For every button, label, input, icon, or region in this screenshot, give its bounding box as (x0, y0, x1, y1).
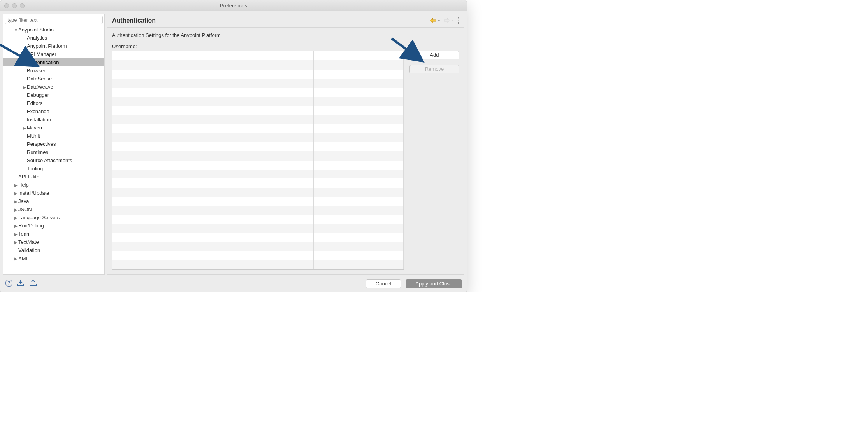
table-row[interactable] (112, 79, 404, 87)
table-row[interactable] (112, 133, 404, 142)
table-row[interactable] (112, 70, 404, 79)
tree-item-label: DataWeave (27, 84, 53, 90)
tree-item-editors[interactable]: ▶Editors (3, 99, 104, 107)
tree-item-label: Source Attachments (27, 157, 72, 163)
tree-item-anypoint-studio[interactable]: ▼Anypoint Studio (3, 26, 104, 34)
header-nav-icons (429, 17, 459, 24)
chevron-down-icon (451, 19, 454, 22)
tree-item-anypoint-platform[interactable]: ▶Anypoint Platform (3, 42, 104, 50)
caret-down-icon[interactable]: ▼ (14, 26, 18, 34)
titlebar: Preferences (0, 0, 467, 11)
tree-item-team[interactable]: ▶Team (3, 230, 104, 238)
tree-item-api-manager[interactable]: ▶API Manager (3, 50, 104, 58)
caret-right-icon[interactable]: ▶ (14, 189, 18, 197)
caret-right-icon[interactable]: ▶ (14, 222, 18, 230)
tree-item-label: Anypoint Platform (27, 43, 67, 49)
tree-item-browser[interactable]: ▶Browser (3, 66, 104, 75)
table-row[interactable] (112, 88, 404, 97)
table-row[interactable] (112, 151, 404, 160)
caret-right-icon[interactable]: ▶ (23, 83, 26, 91)
tree-item-authentication[interactable]: ▶Authentication (3, 58, 104, 66)
tree-item-installation[interactable]: ▶Installation (3, 115, 104, 124)
table-row[interactable] (112, 124, 404, 133)
tree-item-label: Language Servers (18, 215, 60, 220)
tree-item-run-debug[interactable]: ▶Run/Debug (3, 222, 104, 230)
import-icon[interactable] (17, 280, 25, 288)
table-row[interactable] (112, 242, 404, 251)
tree-item-debugger[interactable]: ▶Debugger (3, 91, 104, 99)
main-header: Authentication (107, 14, 464, 28)
back-button[interactable] (429, 17, 441, 24)
table-row[interactable] (112, 197, 404, 206)
tree-item-xml[interactable]: ▶XML (3, 254, 104, 262)
tree-item-perspectives[interactable]: ▶Perspectives (3, 140, 104, 148)
tree-item-label: JSON (18, 206, 32, 212)
tree-item-label: Analytics (27, 35, 47, 41)
export-icon[interactable] (29, 280, 38, 288)
table-row[interactable] (112, 178, 404, 187)
tree-item-munit[interactable]: ▶MUnit (3, 132, 104, 140)
table-row[interactable] (112, 251, 404, 260)
tree-item-label: TextMate (18, 239, 39, 245)
tree-item-json[interactable]: ▶JSON (3, 205, 104, 213)
table-row[interactable] (112, 260, 404, 269)
caret-right-icon[interactable]: ▶ (14, 230, 18, 238)
view-menu-icon[interactable] (458, 17, 459, 24)
tree-item-label: Anypoint Studio (18, 27, 54, 33)
table-row[interactable] (112, 115, 404, 124)
table-row[interactable] (112, 224, 404, 233)
tree-item-runtimes[interactable]: ▶Runtimes (3, 148, 104, 156)
tree-item-label: Authentication (27, 59, 59, 65)
table-row[interactable] (112, 170, 404, 178)
table-row[interactable] (112, 233, 404, 242)
tree-item-label: Runtimes (27, 149, 48, 155)
tree-item-datasense[interactable]: ▶DataSense (3, 75, 104, 83)
tree-item-tooling[interactable]: ▶Tooling (3, 164, 104, 173)
tree-item-help[interactable]: ▶Help (3, 181, 104, 189)
tree-item-maven[interactable]: ▶Maven (3, 124, 104, 132)
table-row[interactable] (112, 142, 404, 151)
preferences-tree[interactable]: ▼Anypoint Studio▶Analytics▶Anypoint Plat… (3, 26, 104, 274)
help-icon[interactable]: ? (5, 279, 13, 288)
tree-item-label: MUnit (27, 133, 40, 139)
tree-item-validation[interactable]: ▶Validation (3, 246, 104, 254)
caret-right-icon[interactable]: ▶ (14, 238, 18, 246)
tree-item-label: Java (18, 198, 29, 204)
tree-item-label: Team (18, 231, 31, 237)
tree-item-label: Debugger (27, 92, 49, 98)
table-row[interactable] (112, 106, 404, 115)
table-row[interactable] (112, 161, 404, 170)
table-row[interactable] (112, 188, 404, 197)
caret-right-icon[interactable]: ▶ (14, 214, 18, 222)
tree-item-language-servers[interactable]: ▶Language Servers (3, 213, 104, 222)
tree-item-textmate[interactable]: ▶TextMate (3, 238, 104, 246)
caret-right-icon[interactable]: ▶ (14, 206, 18, 213)
window-title: Preferences (0, 3, 467, 9)
tree-item-label: Maven (27, 125, 42, 131)
tree-item-label: Run/Debug (18, 223, 44, 229)
table-row[interactable] (112, 97, 404, 106)
caret-right-icon[interactable]: ▶ (14, 198, 18, 205)
add-button[interactable]: Add (409, 51, 459, 59)
username-table[interactable] (112, 51, 404, 270)
caret-right-icon[interactable]: ▶ (23, 124, 26, 132)
tree-item-label: Installation (27, 117, 51, 122)
forward-button[interactable] (443, 17, 455, 24)
tree-item-api-editor[interactable]: ▶API Editor (3, 173, 104, 181)
apply-and-close-button[interactable]: Apply and Close (406, 279, 462, 288)
table-row[interactable] (112, 206, 404, 215)
filter-input[interactable] (5, 16, 103, 24)
tree-item-install-update[interactable]: ▶Install/Update (3, 189, 104, 197)
table-row[interactable] (112, 51, 404, 60)
tree-item-java[interactable]: ▶Java (3, 197, 104, 205)
caret-right-icon[interactable]: ▶ (14, 181, 18, 189)
tree-item-source-attachments[interactable]: ▶Source Attachments (3, 156, 104, 164)
username-label: Username: (112, 44, 459, 49)
caret-right-icon[interactable]: ▶ (14, 255, 18, 262)
cancel-button[interactable]: Cancel (366, 279, 401, 288)
tree-item-dataweave[interactable]: ▶DataWeave (3, 83, 104, 91)
tree-item-exchange[interactable]: ▶Exchange (3, 107, 104, 115)
table-row[interactable] (112, 215, 404, 224)
tree-item-analytics[interactable]: ▶Analytics (3, 34, 104, 42)
table-row[interactable] (112, 60, 404, 69)
